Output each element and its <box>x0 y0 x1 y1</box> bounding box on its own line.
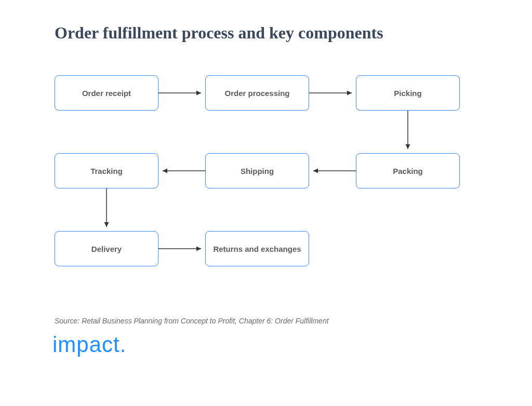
node-picking: Picking <box>356 75 460 111</box>
node-returns-exchanges: Returns and exchanges <box>205 231 309 266</box>
diagram-canvas: Order fulfillment process and key compon… <box>0 0 532 406</box>
diagram-title: Order fulfillment process and key compon… <box>55 23 383 43</box>
node-tracking: Tracking <box>55 153 158 188</box>
node-shipping: Shipping <box>205 153 309 188</box>
logo-impact: impact. <box>52 332 126 357</box>
source-note: Source: Retail Business Planning from Co… <box>55 317 329 325</box>
node-order-receipt: Order receipt <box>55 75 158 111</box>
node-packing: Packing <box>356 153 460 188</box>
node-order-processing: Order processing <box>205 75 309 111</box>
node-delivery: Delivery <box>55 231 158 266</box>
